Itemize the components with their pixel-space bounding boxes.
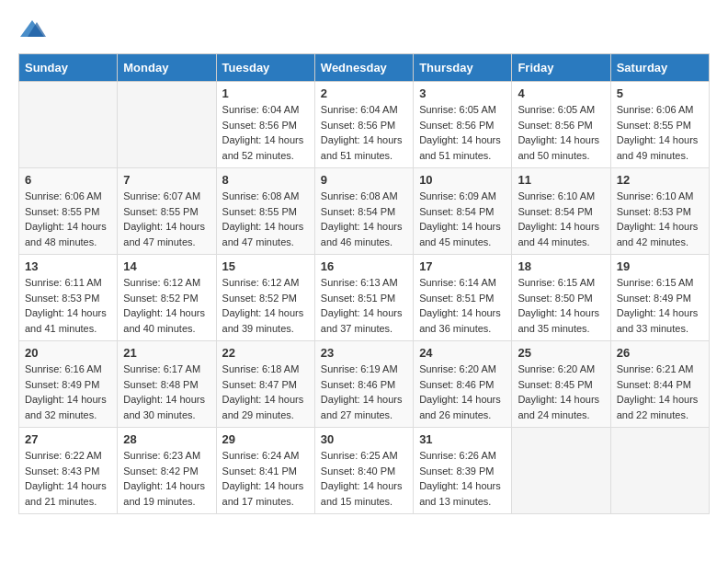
weekday-header-saturday: Saturday <box>610 54 709 82</box>
weekday-header-wednesday: Wednesday <box>314 54 413 82</box>
day-cell: 1Sunrise: 6:04 AMSunset: 8:56 PMDaylight… <box>216 82 314 168</box>
day-cell: 23Sunrise: 6:19 AMSunset: 8:46 PMDayligh… <box>314 341 413 428</box>
day-cell: 14Sunrise: 6:12 AMSunset: 8:52 PMDayligh… <box>118 255 216 341</box>
day-info: Sunrise: 6:26 AMSunset: 8:39 PMDaylight:… <box>419 450 501 507</box>
day-info: Sunrise: 6:16 AMSunset: 8:49 PMDaylight:… <box>25 363 107 420</box>
day-number: 9 <box>321 173 407 187</box>
day-cell <box>118 82 216 168</box>
logo-icon <box>18 18 46 39</box>
week-row-1: 1Sunrise: 6:04 AMSunset: 8:56 PMDaylight… <box>19 82 710 168</box>
day-number: 28 <box>123 432 210 446</box>
header <box>18 18 710 39</box>
day-info: Sunrise: 6:19 AMSunset: 8:46 PMDaylight:… <box>321 363 403 420</box>
day-info: Sunrise: 6:18 AMSunset: 8:47 PMDaylight:… <box>222 363 304 420</box>
day-number: 5 <box>617 86 703 100</box>
day-info: Sunrise: 6:05 AMSunset: 8:56 PMDaylight:… <box>419 104 501 161</box>
day-info: Sunrise: 6:10 AMSunset: 8:54 PMDaylight:… <box>518 190 599 247</box>
day-number: 15 <box>222 259 309 273</box>
day-number: 20 <box>25 346 111 360</box>
day-info: Sunrise: 6:08 AMSunset: 8:55 PMDaylight:… <box>222 190 304 247</box>
day-info: Sunrise: 6:11 AMSunset: 8:53 PMDaylight:… <box>25 277 107 334</box>
day-number: 24 <box>419 346 506 360</box>
day-info: Sunrise: 6:22 AMSunset: 8:43 PMDaylight:… <box>25 450 107 507</box>
day-info: Sunrise: 6:13 AMSunset: 8:51 PMDaylight:… <box>321 277 403 334</box>
day-cell: 24Sunrise: 6:20 AMSunset: 8:46 PMDayligh… <box>414 341 512 428</box>
day-number: 1 <box>222 86 309 100</box>
day-info: Sunrise: 6:06 AMSunset: 8:55 PMDaylight:… <box>617 104 699 161</box>
day-cell: 15Sunrise: 6:12 AMSunset: 8:52 PMDayligh… <box>216 255 314 341</box>
day-number: 12 <box>617 173 703 187</box>
day-info: Sunrise: 6:04 AMSunset: 8:56 PMDaylight:… <box>321 104 403 161</box>
day-info: Sunrise: 6:20 AMSunset: 8:45 PMDaylight:… <box>518 363 599 420</box>
day-cell: 5Sunrise: 6:06 AMSunset: 8:55 PMDaylight… <box>610 82 709 168</box>
day-cell: 4Sunrise: 6:05 AMSunset: 8:56 PMDaylight… <box>512 82 610 168</box>
day-cell <box>19 82 118 168</box>
day-cell: 26Sunrise: 6:21 AMSunset: 8:44 PMDayligh… <box>610 341 709 428</box>
day-cell: 9Sunrise: 6:08 AMSunset: 8:54 PMDaylight… <box>314 168 413 255</box>
day-number: 3 <box>419 86 506 100</box>
day-cell: 27Sunrise: 6:22 AMSunset: 8:43 PMDayligh… <box>19 428 118 514</box>
day-cell: 19Sunrise: 6:15 AMSunset: 8:49 PMDayligh… <box>610 255 709 341</box>
day-number: 21 <box>123 346 210 360</box>
calendar-table: SundayMondayTuesdayWednesdayThursdayFrid… <box>18 53 710 514</box>
day-info: Sunrise: 6:23 AMSunset: 8:42 PMDaylight:… <box>123 450 205 507</box>
week-row-4: 20Sunrise: 6:16 AMSunset: 8:49 PMDayligh… <box>19 341 710 428</box>
day-number: 19 <box>617 259 703 273</box>
weekday-header-friday: Friday <box>512 54 610 82</box>
day-number: 14 <box>123 259 210 273</box>
day-cell: 17Sunrise: 6:14 AMSunset: 8:51 PMDayligh… <box>414 255 512 341</box>
day-info: Sunrise: 6:24 AMSunset: 8:41 PMDaylight:… <box>222 450 304 507</box>
week-row-5: 27Sunrise: 6:22 AMSunset: 8:43 PMDayligh… <box>19 428 710 514</box>
day-info: Sunrise: 6:25 AMSunset: 8:40 PMDaylight:… <box>321 450 403 507</box>
day-cell: 29Sunrise: 6:24 AMSunset: 8:41 PMDayligh… <box>216 428 314 514</box>
day-number: 18 <box>518 259 604 273</box>
day-number: 6 <box>25 173 111 187</box>
day-number: 2 <box>321 86 407 100</box>
day-cell: 25Sunrise: 6:20 AMSunset: 8:45 PMDayligh… <box>512 341 610 428</box>
weekday-header-monday: Monday <box>118 54 216 82</box>
day-info: Sunrise: 6:21 AMSunset: 8:44 PMDaylight:… <box>617 363 699 420</box>
weekday-header-thursday: Thursday <box>414 54 512 82</box>
day-info: Sunrise: 6:09 AMSunset: 8:54 PMDaylight:… <box>419 190 501 247</box>
day-info: Sunrise: 6:14 AMSunset: 8:51 PMDaylight:… <box>419 277 501 334</box>
day-info: Sunrise: 6:08 AMSunset: 8:54 PMDaylight:… <box>321 190 403 247</box>
day-cell <box>610 428 709 514</box>
day-number: 29 <box>222 432 309 446</box>
day-cell: 20Sunrise: 6:16 AMSunset: 8:49 PMDayligh… <box>19 341 118 428</box>
day-number: 13 <box>25 259 111 273</box>
day-number: 27 <box>25 432 111 446</box>
day-cell: 6Sunrise: 6:06 AMSunset: 8:55 PMDaylight… <box>19 168 118 255</box>
day-info: Sunrise: 6:06 AMSunset: 8:55 PMDaylight:… <box>25 190 107 247</box>
day-number: 30 <box>321 432 407 446</box>
week-row-3: 13Sunrise: 6:11 AMSunset: 8:53 PMDayligh… <box>19 255 710 341</box>
day-number: 11 <box>518 173 604 187</box>
day-number: 17 <box>419 259 506 273</box>
day-info: Sunrise: 6:10 AMSunset: 8:53 PMDaylight:… <box>617 190 699 247</box>
day-cell <box>512 428 610 514</box>
day-info: Sunrise: 6:07 AMSunset: 8:55 PMDaylight:… <box>123 190 205 247</box>
weekday-header-row: SundayMondayTuesdayWednesdayThursdayFrid… <box>19 54 710 82</box>
day-number: 4 <box>518 86 604 100</box>
day-info: Sunrise: 6:12 AMSunset: 8:52 PMDaylight:… <box>222 277 304 334</box>
day-info: Sunrise: 6:04 AMSunset: 8:56 PMDaylight:… <box>222 104 304 161</box>
day-cell: 12Sunrise: 6:10 AMSunset: 8:53 PMDayligh… <box>610 168 709 255</box>
day-info: Sunrise: 6:15 AMSunset: 8:49 PMDaylight:… <box>617 277 699 334</box>
day-cell: 2Sunrise: 6:04 AMSunset: 8:56 PMDaylight… <box>314 82 413 168</box>
day-info: Sunrise: 6:17 AMSunset: 8:48 PMDaylight:… <box>123 363 205 420</box>
day-number: 31 <box>419 432 506 446</box>
day-number: 7 <box>123 173 210 187</box>
day-number: 8 <box>222 173 309 187</box>
day-number: 10 <box>419 173 506 187</box>
day-cell: 8Sunrise: 6:08 AMSunset: 8:55 PMDaylight… <box>216 168 314 255</box>
day-info: Sunrise: 6:15 AMSunset: 8:50 PMDaylight:… <box>518 277 599 334</box>
day-number: 25 <box>518 346 604 360</box>
day-cell: 21Sunrise: 6:17 AMSunset: 8:48 PMDayligh… <box>118 341 216 428</box>
day-number: 23 <box>321 346 407 360</box>
weekday-header-sunday: Sunday <box>19 54 118 82</box>
day-cell: 11Sunrise: 6:10 AMSunset: 8:54 PMDayligh… <box>512 168 610 255</box>
weekday-header-tuesday: Tuesday <box>216 54 314 82</box>
day-cell: 28Sunrise: 6:23 AMSunset: 8:42 PMDayligh… <box>118 428 216 514</box>
day-info: Sunrise: 6:20 AMSunset: 8:46 PMDaylight:… <box>419 363 501 420</box>
day-number: 16 <box>321 259 407 273</box>
day-number: 26 <box>617 346 703 360</box>
